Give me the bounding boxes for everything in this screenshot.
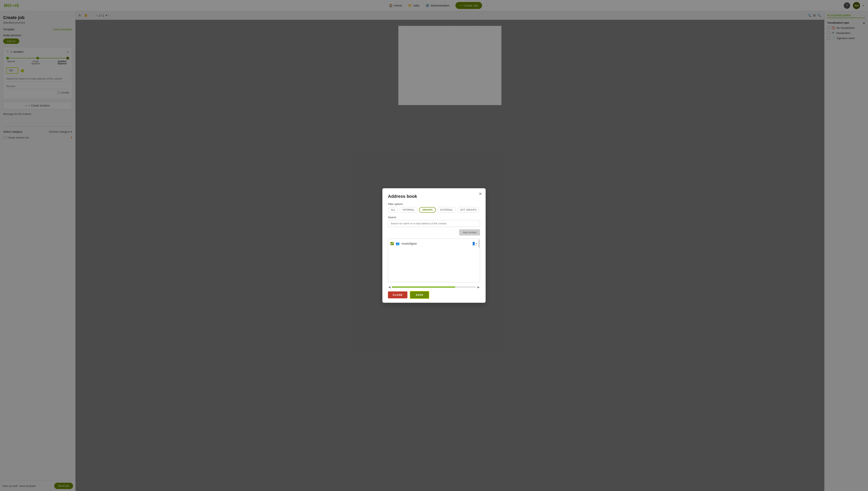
modal-search-input[interactable] [388, 220, 480, 227]
contact-checkbox-moxissigner[interactable] [390, 242, 394, 245]
filter-groups-button[interactable]: GROUPS [419, 207, 436, 213]
search-label: Search [388, 216, 480, 219]
add-contact-button[interactable]: Add contact [459, 229, 480, 235]
modal-close-x-button[interactable]: ✕ [479, 192, 482, 196]
scroll-left-button[interactable]: ◀ [388, 286, 391, 289]
contact-item-moxissigner: 👥 moxisSigner 👤+ [390, 241, 478, 246]
scroll-right-button[interactable]: ▶ [477, 286, 480, 289]
filter-external-button[interactable]: EXTERNAL [437, 207, 456, 213]
contact-add-person-icon[interactable]: 👤+ [472, 242, 478, 246]
modal-footer-buttons: CLOSE SAVE [388, 291, 480, 299]
modal-save-button[interactable]: SAVE [410, 291, 429, 299]
filter-all-button[interactable]: ALL [388, 207, 398, 213]
modal-overlay: Address book ✕ Filter options ALL INTERN… [0, 0, 868, 491]
modal-close-button[interactable]: CLOSE [388, 291, 407, 298]
modal-title: Address book [388, 194, 480, 199]
add-contact-row: Add contact [388, 229, 480, 237]
address-book-modal: Address book ✕ Filter options ALL INTERN… [382, 188, 486, 303]
scroll-thumb [392, 286, 455, 288]
filter-ext-groups-button[interactable]: EXT. GROUPS [457, 207, 480, 213]
filter-options-label: Filter options [388, 203, 480, 205]
scroll-track [392, 286, 476, 288]
modal-scroll-row: ◀ ▶ [388, 286, 480, 289]
filter-buttons: ALL INTERNAL GROUPS EXTERNAL EXT. GROUPS [388, 207, 480, 213]
filter-internal-button[interactable]: INTERNAL [400, 207, 417, 213]
contact-group-icon: 👥 [396, 242, 400, 246]
contact-list-scrollbar [479, 240, 480, 248]
contact-name-moxissigner: moxisSigner [402, 242, 470, 245]
contact-list: 👥 moxisSigner 👤+ [388, 239, 480, 282]
